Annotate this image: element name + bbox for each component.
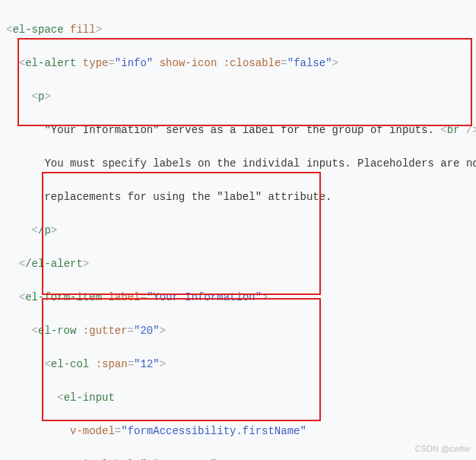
highlight-box-3: [42, 298, 321, 421]
watermark: CSDN @cwtlw: [415, 440, 470, 457]
code-line: v-model="formAccessibility.firstName": [6, 423, 476, 439]
code-line: aria-label="First Name": [6, 456, 476, 460]
highlight-box-2: [42, 172, 321, 295]
code-line: You must specify labels on the individal…: [6, 155, 476, 172]
code-line: <el-space fill>: [6, 21, 476, 38]
highlight-box-1: [17, 38, 472, 126]
